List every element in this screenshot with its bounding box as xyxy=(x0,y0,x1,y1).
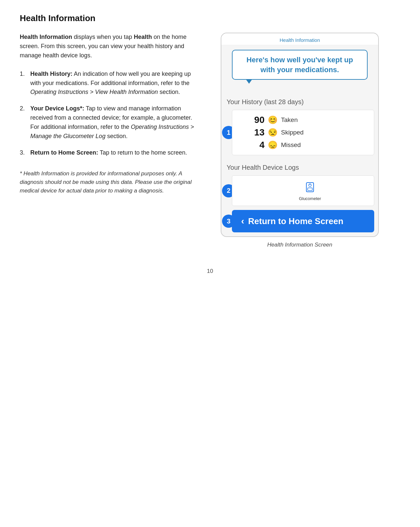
list-bold-2: Your Device Logs*: xyxy=(30,105,84,112)
bubble-text: Here's how well you've kept up with your… xyxy=(239,55,360,74)
history-section: 90 😊 Taken 13 😒 Skipped 4 😞 Missed xyxy=(232,110,374,155)
skipped-label: Skipped xyxy=(281,129,304,136)
list-num-2: 2. xyxy=(20,104,27,141)
svg-rect-1 xyxy=(308,188,312,190)
taken-num: 90 xyxy=(252,115,265,125)
footnote-text: * Health Information is provided for inf… xyxy=(20,169,201,195)
list-num-3: 3. xyxy=(20,148,27,158)
list-item-2: 2. Your Device Logs*: Tap to view and ma… xyxy=(20,104,201,141)
left-column: Health Information displays when you tap… xyxy=(20,33,201,195)
device-header-label: Health Information xyxy=(280,37,320,43)
taken-emoji: 😊 xyxy=(268,115,278,125)
right-column: Health Information Here's how well you'v… xyxy=(221,33,379,248)
list-text-2: Your Device Logs*: Tap to view and manag… xyxy=(30,104,201,141)
missed-emoji: 😞 xyxy=(268,140,278,150)
list-item-3: 3. Return to Home Screen: Tap to return … xyxy=(20,148,201,158)
chevron-left-icon: ‹ xyxy=(241,216,244,226)
return-to-home-button[interactable]: ‹ Return to Home Screen xyxy=(232,210,374,232)
list-num-1: 1. xyxy=(20,70,27,97)
return-btn-wrap: 3 ‹ Return to Home Screen xyxy=(228,210,378,232)
speech-bubble: Here's how well you've kept up with your… xyxy=(232,50,368,80)
logs-section-label: Your Health Device Logs xyxy=(221,159,378,173)
skipped-num: 13 xyxy=(252,127,265,138)
history-section-label: Your History (last 28 days) xyxy=(221,94,378,108)
history-row-skipped: 13 😒 Skipped xyxy=(252,127,368,138)
history-row-taken: 90 😊 Taken xyxy=(252,115,368,125)
skipped-emoji: 😒 xyxy=(268,128,278,137)
intro-bold2: Health xyxy=(134,34,152,40)
device-header: Health Information xyxy=(221,33,378,45)
glucometer-label: Glucometer xyxy=(299,196,321,201)
missed-num: 4 xyxy=(252,140,265,150)
intro-paragraph: Health Information displays when you tap… xyxy=(20,33,201,60)
device-mockup: Health Information Here's how well you'v… xyxy=(221,33,379,237)
glucometer-icon xyxy=(303,180,317,195)
taken-label: Taken xyxy=(281,116,298,124)
intro-bold1: Health Information xyxy=(20,34,72,40)
list-text-3: Return to Home Screen: Tap to return to … xyxy=(30,148,187,158)
device-logs-wrap: 2 Glucometer xyxy=(228,175,378,206)
glucometer-item[interactable]: Glucometer xyxy=(252,180,368,201)
history-stats-wrap: 1 90 😊 Taken 13 😒 Skipped 4 😞 xyxy=(228,110,378,155)
missed-label: Missed xyxy=(281,141,301,149)
instructions-list: 1. Health History: An indication of how … xyxy=(20,70,201,158)
device-logs-section: Glucometer xyxy=(232,175,374,206)
list-bold-3: Return to Home Screen: xyxy=(30,149,98,156)
intro-text1: displays when you tap xyxy=(72,34,134,40)
list-italic-1: Operating Instructions > View Health Inf… xyxy=(30,89,158,95)
list-text-1: Health History: An indication of how wel… xyxy=(30,70,201,97)
list-bold-1: Health History: xyxy=(30,71,72,77)
list-item-1: 1. Health History: An indication of how … xyxy=(20,70,201,97)
page-number: 10 xyxy=(20,268,400,275)
page-title: Health Information xyxy=(20,13,400,23)
history-row-missed: 4 😞 Missed xyxy=(252,140,368,150)
svg-rect-3 xyxy=(309,184,311,185)
screen-caption: Health Information Screen xyxy=(221,242,379,248)
return-label: Return to Home Screen xyxy=(248,216,343,226)
